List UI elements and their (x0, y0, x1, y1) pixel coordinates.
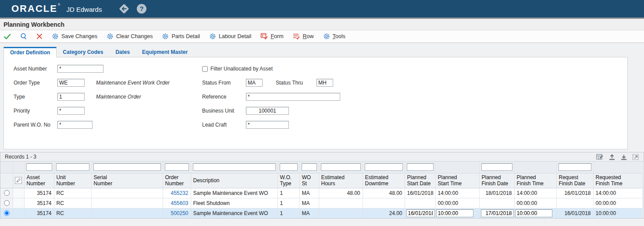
type-input[interactable] (57, 93, 85, 101)
labour-detail-label: Labour Detail (219, 33, 251, 39)
cell-planned-finish-date: 18/01/2018 (479, 188, 514, 198)
order-number-link[interactable]: 500250 (171, 210, 188, 216)
filter-serial-number-input[interactable] (93, 163, 161, 171)
col-header-planned-finish-time[interactable]: Planned Finish Time (514, 173, 556, 188)
col-header-order-number[interactable]: Order Number (163, 173, 191, 188)
row-select-radio[interactable] (4, 210, 10, 216)
col-header-asset-number[interactable]: Asset Number (24, 173, 54, 188)
col-header-estimated-hours[interactable]: Estimated Hours (319, 173, 363, 188)
col-header-serial-number[interactable]: Serial Number (91, 173, 163, 188)
gear-icon (107, 33, 114, 40)
priority-input[interactable] (57, 107, 85, 115)
form-button[interactable]: Form (260, 33, 283, 40)
col-header-planned-start-date[interactable]: Planned Start Date (405, 173, 435, 188)
status-from-label: Status From (202, 80, 246, 86)
save-changes-button[interactable]: Save Changes (52, 33, 97, 40)
filter-unallocated-checkbox[interactable] (202, 66, 208, 72)
close-button[interactable] (36, 33, 43, 39)
table-row[interactable]: 35174RC500250Sample Maintenance Event WO… (0, 208, 642, 218)
row-edit-indicator-cell (13, 208, 24, 218)
business-unit-input[interactable] (246, 107, 289, 115)
filter-estimated-hours-input[interactable] (321, 163, 361, 171)
col-header-planned-finish-date[interactable]: Planned Finish Date (479, 173, 514, 188)
tab-dates[interactable]: Dates (109, 47, 136, 57)
cell-planned-finish-time: 14:00:00 (514, 188, 556, 198)
order-number-link[interactable]: 455232 (171, 190, 188, 196)
row-select-radio[interactable] (4, 190, 10, 196)
reference-label: Reference (202, 94, 246, 100)
col-header-requested-finish-time[interactable]: Requested Finish Time (593, 173, 642, 188)
cell-request-finish-date (556, 198, 593, 208)
filter-asset-number-input[interactable] (26, 163, 52, 171)
table-row[interactable]: 35174RC455603Fleet Shutdown1MA00:00:0000… (0, 198, 642, 208)
filter-cell-planned-start-date (405, 162, 435, 173)
planned-start-time-input[interactable] (436, 209, 473, 217)
col-header-planned-start-time[interactable]: Planned Start Time (435, 173, 479, 188)
planned-finish-date-input[interactable] (481, 209, 514, 217)
status-thru-input[interactable] (317, 79, 333, 87)
filter-wo-st-input[interactable] (302, 163, 317, 171)
asset-number-input[interactable] (57, 65, 103, 73)
cell-requested-finish-time: 14:00:00 (593, 188, 642, 198)
order-number-link[interactable]: 455603 (171, 200, 188, 206)
col-header-wo-st[interactable]: WO St (299, 173, 319, 188)
parts-detail-label: Parts Detail (171, 33, 200, 39)
top-bar: ORACLE® JD Edwards ? (0, 0, 644, 18)
col-header-wo-type[interactable]: W.O. Type (278, 173, 299, 188)
lead-craft-input[interactable] (246, 121, 289, 129)
tab-equipment-master[interactable]: Equipment Master (136, 47, 194, 57)
cell-estimated-hours (319, 198, 363, 208)
tab-category-codes[interactable]: Category Codes (57, 47, 109, 57)
priority-label: Priority (14, 108, 57, 114)
close-icon (36, 33, 43, 39)
grid-toolbar (596, 154, 639, 160)
cell-unit-number: RC (54, 198, 91, 208)
import-icon[interactable] (620, 154, 627, 160)
filter-cell-planned-start-time (435, 162, 479, 173)
filter-description-input[interactable] (193, 163, 276, 171)
filter-wo-type-input[interactable] (280, 163, 298, 171)
row-select-cell (0, 188, 13, 198)
select-column-header (0, 173, 13, 188)
row-button[interactable]: Row (293, 33, 314, 40)
filter-request-finish-date-input[interactable] (559, 163, 591, 171)
customize-grid-icon[interactable] (596, 154, 604, 160)
table-row[interactable]: 35174RC455232Sample Maintenance Event WO… (0, 188, 642, 198)
cell-estimated-downtime: 48.00 (363, 188, 405, 198)
cell-serial-number (91, 208, 163, 218)
cell-wo-st: MA (299, 208, 319, 218)
planned-finish-time-input[interactable] (515, 209, 552, 217)
cell-description: Sample Maintenance Event WO (191, 188, 278, 198)
edit-column-header (13, 173, 24, 188)
save-changes-label: Save Changes (61, 33, 97, 39)
filter-unit-number-input[interactable] (56, 163, 89, 171)
filter-estimated-downtime-input[interactable] (365, 163, 403, 171)
col-header-unit-number[interactable]: Unit Number (54, 173, 91, 188)
planned-start-date-input[interactable] (406, 209, 435, 217)
clear-changes-button[interactable]: Clear Changes (107, 33, 153, 40)
export-icon[interactable] (608, 154, 616, 160)
tools-button[interactable]: Tools (323, 33, 345, 40)
fastpath-back-icon[interactable] (117, 2, 131, 15)
col-header-request-finish-date[interactable]: Request Finish Date (556, 173, 593, 188)
filter-planned-finish-date-input[interactable] (481, 163, 512, 171)
row-select-radio[interactable] (4, 200, 10, 206)
filter-planned-start-date-input[interactable] (407, 163, 434, 171)
order-type-input[interactable] (57, 79, 85, 87)
find-button[interactable] (20, 33, 27, 40)
reference-input[interactable] (246, 93, 340, 101)
parent-wo-input[interactable] (57, 121, 93, 129)
form-icon (260, 33, 268, 40)
parts-detail-button[interactable]: Parts Detail (162, 33, 200, 40)
col-header-description[interactable]: Description (191, 173, 278, 188)
status-from-input[interactable] (246, 79, 263, 87)
tab-order-definition[interactable]: Order Definition (4, 47, 57, 57)
help-icon[interactable]: ? (136, 3, 147, 14)
form-label: Form (270, 33, 283, 39)
ok-button[interactable] (4, 33, 11, 40)
labour-detail-button[interactable]: Labour Detail (209, 33, 251, 40)
row-label: Row (303, 33, 314, 39)
maximize-icon[interactable] (632, 154, 639, 160)
col-header-estimated-downtime[interactable]: Estimated Downtime (363, 173, 405, 188)
filter-order-number-input[interactable] (165, 163, 189, 171)
